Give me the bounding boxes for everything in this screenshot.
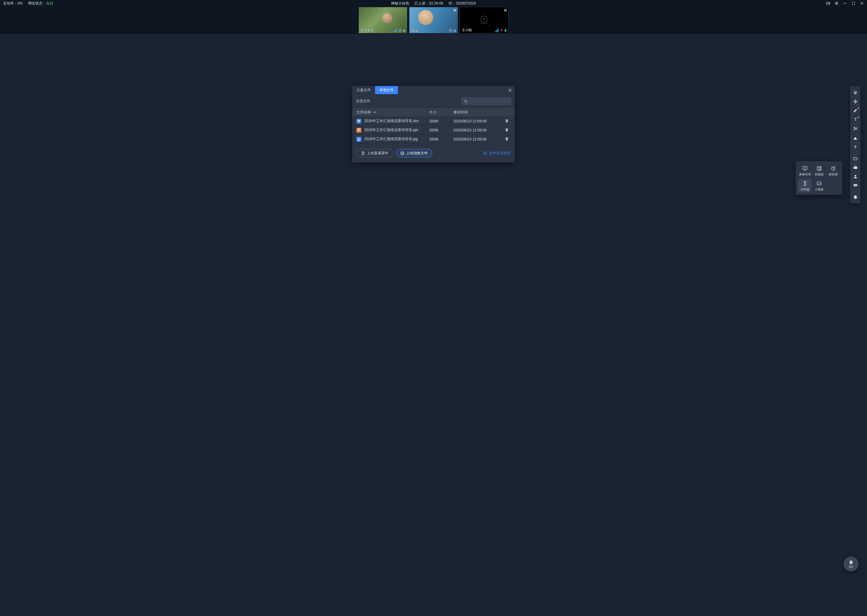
file-type-image-icon (356, 137, 361, 141)
document-icon (361, 151, 365, 155)
participant-name: 叮当老师 (361, 28, 374, 33)
elapsed-time: 已上课：02:34:09 (415, 1, 443, 6)
eraser-button[interactable] (851, 133, 859, 142)
separator (852, 152, 859, 152)
file-time: 2020/06/23 12:09:09 (453, 119, 498, 123)
table-row[interactable]: P 2019年工作汇报情况查询等等.ppt 200M 2020/06/23 12… (352, 126, 515, 135)
eraser-icon (853, 135, 858, 140)
video-indicators (449, 28, 456, 32)
record-icon[interactable] (826, 1, 830, 5)
close-icon[interactable] (453, 8, 457, 11)
delete-icon[interactable] (505, 119, 509, 124)
video-indicators (394, 28, 406, 32)
network-status: 网络状态：良好 (28, 1, 53, 6)
svg-rect-0 (826, 2, 829, 5)
close-icon[interactable] (508, 88, 512, 93)
mic-icon (453, 28, 456, 32)
minimize-icon[interactable] (843, 1, 847, 5)
bell-button[interactable] (851, 193, 859, 201)
topbar-center-group: 神秘大自然 已上课：02:34:09 ID：2020070324 (391, 1, 476, 6)
laser-pointer-button[interactable] (851, 88, 859, 97)
search-input[interactable] (461, 97, 511, 105)
file-size: 200M (429, 128, 453, 132)
brightness-button[interactable] (851, 142, 859, 151)
folder-button[interactable] (851, 154, 859, 163)
file-table-header: 文件名称 大小 修改时间 (352, 108, 515, 117)
mini-board-icon: 2+3 (816, 181, 822, 187)
close-icon[interactable] (504, 8, 507, 11)
alarm-clock-icon (830, 165, 836, 171)
play-circle-icon (400, 151, 404, 155)
column-time[interactable]: 修改时间 (453, 110, 498, 115)
delete-icon[interactable] (505, 137, 509, 141)
topbar-left-group: 丢包率：0% 网络状态：良好 (3, 1, 53, 6)
file-table-body: W 2019年工作汇报情况查询等等.doc 200M 2020/06/23 12… (352, 117, 515, 144)
info-icon (483, 151, 487, 155)
right-toolbar (850, 86, 861, 203)
pen-button[interactable] (851, 106, 859, 115)
all-files-label: 全部文件 (356, 99, 370, 104)
participant-video-strip: 叮当老师 Nina 王小明 (0, 6, 867, 34)
column-name[interactable]: 文件名称 (352, 110, 429, 115)
table-row[interactable]: W 2019年工作汇报情况查询等等.doc 200M 2020/06/23 12… (352, 117, 515, 126)
file-type-doc-icon: W (356, 119, 361, 124)
file-name: 2019年工作汇报情况查询等等.jpg (364, 137, 418, 141)
file-dialog-tabs: 云盘文件 本地文件 (352, 86, 515, 94)
upload-animated-button[interactable]: 上传动效文件 (396, 149, 432, 157)
video-tile-student[interactable]: Nina (409, 7, 458, 33)
file-time: 2020/06/23 12:09:09 (453, 128, 498, 132)
mini-board-button[interactable]: 2+3 小黑板 (812, 179, 826, 193)
toolbox-icon (853, 165, 858, 170)
class-title: 神秘大自然 (391, 1, 409, 6)
fullscreen-icon[interactable] (851, 1, 856, 5)
screen-share-button[interactable]: 屏幕共享 (798, 164, 812, 178)
file-dialog: 云盘文件 本地文件 全部文件 文件名称 大小 修改时间 W 2019年工作汇报情… (352, 86, 515, 162)
chat-icon (853, 183, 858, 188)
notification-dot-icon (858, 107, 859, 109)
raise-hand-button[interactable]: 0/2 (843, 556, 859, 572)
search-icon (464, 99, 468, 103)
timer-button[interactable]: 计时器 (798, 179, 812, 193)
hourglass-icon (802, 181, 808, 187)
close-icon[interactable] (860, 1, 864, 5)
tab-local-files[interactable]: 本地文件 (375, 86, 398, 94)
scissors-button[interactable] (851, 124, 859, 133)
packet-loss-label: 丢包率：0% (3, 1, 22, 6)
svg-rect-18 (853, 167, 857, 169)
text-icon (853, 117, 858, 122)
file-dialog-toolbar: 全部文件 (352, 94, 515, 108)
brightness-icon (853, 145, 858, 149)
volume-bars-icon (394, 28, 397, 32)
mic-muted-icon (500, 28, 503, 32)
person-icon (853, 174, 858, 179)
camera-indicator-icon (398, 28, 402, 32)
chat-button[interactable] (851, 181, 859, 190)
svg-rect-5 (358, 138, 360, 140)
file-size: 200M (429, 137, 453, 141)
tab-cloud-files[interactable]: 云盘文件 (352, 86, 375, 94)
svg-point-17 (854, 146, 856, 148)
window-controls (826, 1, 864, 5)
file-name: 2019年工作汇报情况查询等等.ppt (364, 127, 418, 133)
toolbox-button[interactable] (851, 163, 859, 172)
answer-tool-button[interactable]: AB 答题器 (812, 164, 826, 178)
text-button[interactable] (851, 115, 859, 124)
volume-bars-icon (495, 28, 498, 32)
hand-icon (848, 559, 854, 565)
column-size[interactable]: 大小 (429, 110, 453, 115)
supported-types-link[interactable]: 文件支持类型 (483, 151, 511, 156)
folder-icon (853, 156, 858, 161)
upload-normal-button[interactable]: 上传普通课件 (356, 149, 393, 157)
delete-icon[interactable] (505, 129, 509, 133)
person-button[interactable] (851, 172, 859, 181)
table-row[interactable]: 2019年工作汇报情况查询等等.jpg 200M 2020/06/23 12:0… (352, 135, 515, 144)
camera-indicator-icon (449, 28, 452, 32)
svg-point-3 (483, 18, 485, 20)
settings-icon[interactable] (834, 1, 839, 5)
svg-point-19 (854, 175, 856, 176)
video-tile-teacher[interactable]: 叮当老师 (359, 7, 407, 33)
race-answer-button[interactable]: 抢答器 (826, 164, 840, 178)
svg-point-22 (856, 185, 856, 185)
move-button[interactable] (851, 97, 859, 106)
video-tile-student[interactable]: 王小明 (460, 7, 508, 33)
